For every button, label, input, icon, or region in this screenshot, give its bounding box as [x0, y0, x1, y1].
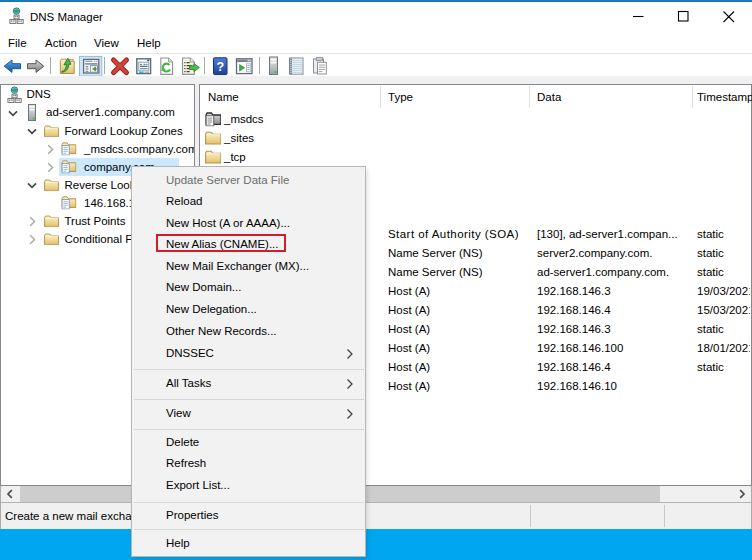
svg-text:?: ? [216, 60, 224, 74]
